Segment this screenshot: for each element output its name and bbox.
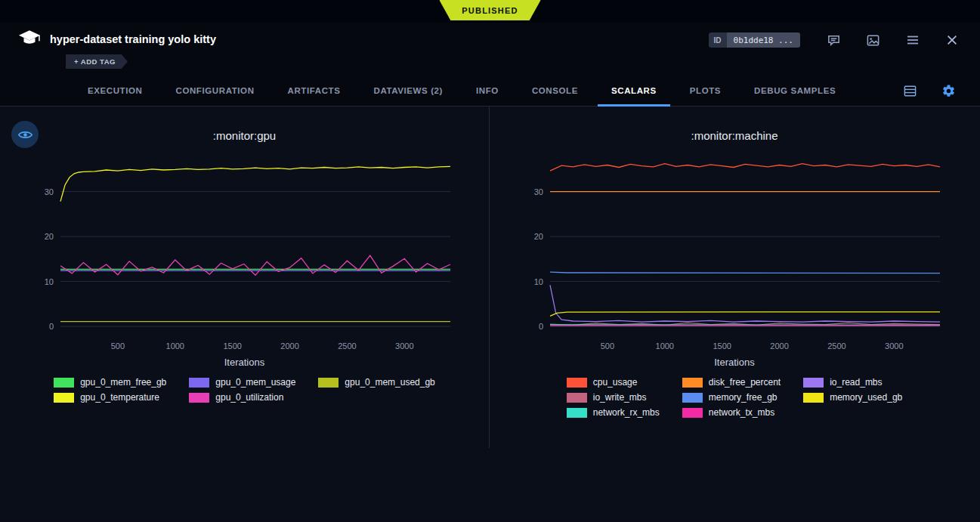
- experiment-title: hyper-dataset training yolo kitty: [50, 33, 216, 45]
- menu-icon[interactable]: [904, 31, 922, 49]
- x-tick-label: 1000: [165, 341, 184, 351]
- tab-info[interactable]: INFO: [459, 76, 515, 106]
- series-cpu_usage: [550, 164, 940, 171]
- x-tick-label: 1500: [223, 341, 241, 351]
- tab-label: SCALARS: [611, 86, 657, 95]
- tab-debug-samples[interactable]: DEBUG SAMPLES: [737, 76, 852, 106]
- legend-item-network_rx_mbs[interactable]: network_rx_mbs: [567, 407, 660, 418]
- id-label: ID: [709, 32, 727, 48]
- tab-label: EXECUTION: [88, 86, 143, 95]
- series-io_read_mbs: [550, 285, 940, 322]
- top-bar: PUBLISHED: [0, 0, 980, 23]
- legend-label: cpu_usage: [593, 377, 638, 388]
- x-tick-label: 1500: [713, 341, 731, 351]
- legend-label: gpu_0_mem_free_gb: [80, 377, 166, 388]
- table-icon[interactable]: [901, 82, 919, 100]
- tab-console[interactable]: CONSOLE: [515, 76, 595, 106]
- comment-icon[interactable]: [825, 32, 842, 49]
- close-icon[interactable]: [944, 32, 960, 48]
- legend-label: io_write_mbs: [593, 392, 647, 403]
- legend-swatch: [54, 393, 74, 403]
- tab-dataviews-2[interactable]: DATAVIEWS (2): [357, 76, 460, 106]
- legend-label: network_tx_mbs: [709, 407, 774, 418]
- status-ribbon: PUBLISHED: [439, 0, 540, 20]
- legend-item-io_write_mbs[interactable]: io_write_mbs: [567, 392, 660, 403]
- eye-icon[interactable]: [11, 121, 39, 148]
- legend-swatch: [54, 378, 74, 388]
- machine-chart[interactable]: 010203050010001500200025003000: [523, 150, 946, 355]
- legend-swatch: [682, 393, 703, 403]
- legend-item-memory_free_gb[interactable]: memory_free_gb: [682, 392, 781, 403]
- legend-swatch: [567, 393, 587, 403]
- series-gpu_0_utilization: [60, 255, 450, 275]
- machine-chart-panel: :monitor:machine 01020305001000150020002…: [490, 107, 979, 448]
- settings-gear-icon[interactable]: [940, 82, 957, 100]
- x-tick-label: 2500: [827, 341, 846, 351]
- tab-scalars[interactable]: SCALARS: [595, 76, 673, 106]
- legend-swatch: [318, 378, 339, 388]
- legend-label: network_rx_mbs: [593, 407, 660, 418]
- y-tick-label: 30: [534, 187, 543, 196]
- gpu-chart[interactable]: 010203050010001500200025003000: [33, 150, 456, 355]
- tab-plots[interactable]: PLOTS: [673, 76, 737, 106]
- legend-item-gpu_0_utilization[interactable]: gpu_0_utilization: [189, 392, 295, 403]
- id-value: 0b1dde18 ...: [727, 32, 800, 48]
- gpu-chart-panel: :monitor:gpu 010203050010001500200025003…: [0, 107, 490, 448]
- tab-label: ARTIFACTS: [288, 86, 341, 95]
- machine-xaxis-label: Iterations: [490, 357, 979, 368]
- x-tick-label: 3000: [395, 341, 413, 351]
- tab-label: INFO: [476, 86, 499, 95]
- tab-label: CONFIGURATION: [176, 86, 255, 95]
- x-tick-label: 2500: [338, 341, 356, 351]
- experiment-id-chip[interactable]: ID 0b1dde18 ...: [709, 32, 800, 48]
- legend-item-memory_used_gb[interactable]: memory_used_gb: [803, 392, 902, 403]
- legend-item-io_read_mbs[interactable]: io_read_mbs: [803, 377, 902, 388]
- y-tick-label: 30: [44, 187, 53, 196]
- gpu-xaxis-label: Iterations: [0, 357, 489, 368]
- legend-item-gpu_0_mem_used_gb[interactable]: gpu_0_mem_used_gb: [318, 377, 434, 388]
- scalars-content: :monitor:gpu 010203050010001500200025003…: [0, 107, 980, 521]
- legend-item-disk_free_percent[interactable]: disk_free_percent: [682, 377, 781, 388]
- y-tick-label: 0: [539, 322, 543, 331]
- x-tick-label: 3000: [885, 341, 903, 351]
- legend-label: gpu_0_utilization: [215, 392, 283, 403]
- add-tag-button[interactable]: + ADD TAG: [66, 54, 128, 69]
- legend-item-gpu_0_temperature[interactable]: gpu_0_temperature: [54, 392, 166, 403]
- legend-item-cpu_usage[interactable]: cpu_usage: [567, 377, 660, 388]
- legend-item-gpu_0_mem_usage[interactable]: gpu_0_mem_usage: [189, 377, 295, 388]
- clearml-experiment-window: PUBLISHED hyper-dataset training yolo ki…: [0, 0, 980, 522]
- legend-swatch: [803, 378, 824, 388]
- legend-item-gpu_0_mem_free_gb[interactable]: gpu_0_mem_free_gb: [54, 377, 166, 388]
- tab-configuration[interactable]: CONFIGURATION: [159, 76, 271, 106]
- chart-panels: :monitor:gpu 010203050010001500200025003…: [0, 107, 980, 448]
- gpu-chart-title: :monitor:gpu: [0, 129, 489, 142]
- image-icon[interactable]: [864, 32, 882, 49]
- legend-label: gpu_0_mem_used_gb: [345, 377, 434, 388]
- legend-label: gpu_0_mem_usage: [215, 377, 295, 388]
- header-actions: ID 0b1dde18 ...: [709, 31, 960, 49]
- legend-label: memory_free_gb: [709, 392, 778, 403]
- tab-label: DEBUG SAMPLES: [754, 86, 836, 95]
- legend-swatch: [803, 393, 824, 403]
- tab-artifacts[interactable]: ARTIFACTS: [271, 76, 357, 106]
- tab-execution[interactable]: EXECUTION: [71, 76, 159, 106]
- x-tick-label: 500: [601, 341, 614, 351]
- series-memory_used_gb: [550, 312, 940, 317]
- tab-label: CONSOLE: [532, 86, 578, 95]
- y-tick-label: 0: [48, 322, 53, 331]
- series-gpu_0_temperature: [60, 166, 450, 201]
- tab-label: PLOTS: [690, 86, 721, 95]
- legend-label: gpu_0_temperature: [80, 392, 159, 403]
- y-tick-label: 10: [534, 277, 543, 286]
- gpu-chart-legend: gpu_0_mem_free_gbgpu_0_mem_usagegpu_0_me…: [54, 377, 435, 403]
- tab-label: DATAVIEWS (2): [374, 86, 444, 95]
- legend-label: io_read_mbs: [830, 377, 882, 388]
- x-tick-label: 1000: [656, 341, 674, 351]
- legend-swatch: [682, 408, 703, 418]
- y-tick-label: 10: [44, 277, 53, 286]
- legend-swatch: [189, 378, 209, 388]
- tabbar-actions: [901, 76, 980, 106]
- experiment-header: hyper-dataset training yolo kitty + ADD …: [0, 23, 980, 76]
- experiment-type-icon: [18, 29, 41, 51]
- legend-item-network_tx_mbs[interactable]: network_tx_mbs: [682, 407, 781, 418]
